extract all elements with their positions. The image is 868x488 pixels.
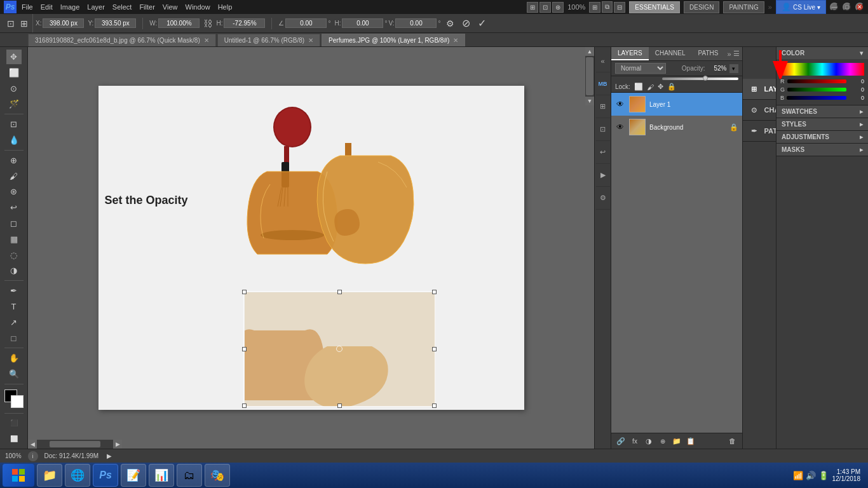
fx-btn[interactable]: fx xyxy=(629,435,641,447)
panel-collapse-icon[interactable]: « xyxy=(596,50,610,72)
move-tool[interactable]: ✥ xyxy=(6,50,22,64)
text-tool[interactable]: T xyxy=(6,299,22,314)
clone-tool[interactable]: ⊛ xyxy=(6,184,22,199)
network-icon[interactable]: 📶 xyxy=(793,471,803,480)
h-scroll-thumb[interactable] xyxy=(50,441,100,447)
painting-btn[interactable]: PAINTING xyxy=(723,1,764,13)
lock-all-icon[interactable]: 🔒 xyxy=(667,83,676,91)
scroll-thumb[interactable] xyxy=(586,57,593,95)
cs-live-btn[interactable]: 👤 CS Live ▾ xyxy=(776,0,826,14)
menu-window[interactable]: Window xyxy=(186,3,210,11)
opacity-thumb[interactable] xyxy=(703,76,708,81)
panel-icon-transform[interactable]: ⊡ xyxy=(596,118,610,141)
background-color[interactable] xyxy=(11,395,24,408)
eraser-tool[interactable]: ◻ xyxy=(6,216,22,231)
lock-position-icon[interactable]: ✥ xyxy=(658,83,663,91)
panel-menu-btn[interactable]: ☰ xyxy=(733,50,740,58)
gradient-tool[interactable]: ▦ xyxy=(6,232,22,247)
layers-tab-channel[interactable]: CHANNEL xyxy=(649,47,692,60)
tab-1[interactable]: Untitled-1 @ 66.7% (RGB/8) ✕ xyxy=(217,34,320,46)
opacity-arrow-btn[interactable]: ▾ xyxy=(729,64,738,73)
y-value[interactable]: 393.50 px xyxy=(95,18,136,28)
menu-file[interactable]: File xyxy=(22,3,33,11)
design-btn[interactable]: DESIGN xyxy=(684,1,719,13)
b-val[interactable]: 0 xyxy=(849,95,864,101)
h2-value[interactable]: 0.00 xyxy=(342,18,383,28)
taskbar-explorer[interactable]: 📁 xyxy=(37,464,62,487)
icon-tools-btn2[interactable]: ⊡ xyxy=(539,2,551,13)
h-scrollbar[interactable]: ◀ ▶ xyxy=(28,440,122,449)
quick-select-tool[interactable]: 🪄 xyxy=(6,97,22,111)
masks-header[interactable]: MASKS ▸ xyxy=(776,144,868,156)
menu-edit[interactable]: Edit xyxy=(41,3,53,11)
panel-icon-history[interactable]: ↩ xyxy=(596,141,610,164)
taskbar-word[interactable]: 📝 xyxy=(121,464,146,487)
dodge-tool[interactable]: ◑ xyxy=(6,263,22,278)
new-adjustment-btn[interactable]: ⊕ xyxy=(657,435,668,447)
start-button[interactable] xyxy=(3,464,34,487)
taskbar-chrome[interactable]: 🌐 xyxy=(65,464,90,487)
h-value[interactable]: -72.95% xyxy=(224,18,265,28)
tab-2[interactable]: Perfumes.JPG @ 100% (Layer 1, RGB/8#) ✕ xyxy=(322,34,465,46)
history-brush[interactable]: ↩ xyxy=(6,200,22,215)
panel-icon-tools[interactable]: ⚙ xyxy=(596,187,610,210)
fg-bg-colors[interactable] xyxy=(4,390,24,408)
layer-visibility-1[interactable]: 👁 xyxy=(615,122,625,132)
opacity-slider[interactable] xyxy=(662,78,738,80)
zoom-btn[interactable]: ⊞ xyxy=(589,2,600,13)
eyedropper-tool[interactable]: 💧 xyxy=(6,133,22,147)
pen-tool[interactable]: ✒ xyxy=(6,283,22,298)
v-scrollbar[interactable]: ▲ ▼ xyxy=(585,47,594,105)
transform-icon[interactable]: ⊞ xyxy=(18,17,30,30)
lasso-tool[interactable]: ⊙ xyxy=(6,81,22,96)
panel-icon-actions[interactable]: ▶ xyxy=(596,164,610,187)
taskbar-ps[interactable]: Ps xyxy=(93,464,118,487)
angle-value[interactable]: 0.00 xyxy=(285,18,327,28)
spot-heal-tool[interactable]: ⊕ xyxy=(6,153,22,168)
quick-mask-btn[interactable]: ⬛ xyxy=(6,416,22,430)
taskbar-media[interactable]: 🎭 xyxy=(205,464,230,487)
swatches-header[interactable]: SWATCHES ▸ xyxy=(776,105,868,118)
r-slider[interactable] xyxy=(787,79,847,83)
scroll-right[interactable]: ▶ xyxy=(113,440,122,449)
taskbar-files[interactable]: 🗂 xyxy=(177,464,202,487)
scroll-left[interactable]: ◀ xyxy=(28,440,37,449)
g-slider[interactable] xyxy=(787,88,846,92)
maximize-btn[interactable]: □ xyxy=(843,3,851,11)
layers-tab-layers[interactable]: LAYERS xyxy=(611,47,649,60)
link-wh-icon[interactable]: ⛓ xyxy=(203,18,212,29)
menu-layer[interactable]: Layer xyxy=(87,3,105,11)
confirm-transform[interactable]: ✓ xyxy=(476,16,488,30)
close-btn[interactable]: ✕ xyxy=(855,3,864,11)
layer-visibility-0[interactable]: 👁 xyxy=(615,99,625,109)
icon-tools-btn[interactable]: ⊞ xyxy=(527,2,538,13)
lock-transparency-icon[interactable]: ⬜ xyxy=(634,83,643,91)
panel-icon-mb[interactable]: MB xyxy=(596,72,610,95)
zoom-info-btn[interactable]: i xyxy=(28,451,38,461)
lock-image-icon[interactable]: 🖌 xyxy=(647,83,654,91)
arrange-btn[interactable]: ⧉ xyxy=(602,1,613,13)
new-group-btn[interactable]: 📁 xyxy=(671,435,682,447)
adjustments-header[interactable]: ADJUSTMENTS ▸ xyxy=(776,131,868,143)
minimize-btn[interactable]: — xyxy=(830,3,839,11)
panel-icon-grid[interactable]: ⊞ xyxy=(596,95,610,118)
tab-close-1[interactable]: ✕ xyxy=(308,37,313,44)
taskbar-excel[interactable]: 📊 xyxy=(149,464,174,487)
link-layers-btn[interactable]: 🔗 xyxy=(615,435,627,447)
clock[interactable]: 1:43 PM 12/1/2018 xyxy=(832,468,861,482)
tab-0[interactable]: 31689190882_ecfc061e8d_b.jpg @ 66.7% (Qu… xyxy=(28,34,216,46)
layer-row-0[interactable]: 👁 Layer 1 xyxy=(611,93,742,116)
tab-close-0[interactable]: ✕ xyxy=(204,37,209,44)
cancel-transform[interactable]: ⊘ xyxy=(460,16,472,30)
volume-icon[interactable]: 🔊 xyxy=(806,471,816,480)
battery-icon[interactable]: 🔋 xyxy=(818,471,829,480)
blend-mode-select[interactable]: Normal Multiply Screen xyxy=(615,63,666,74)
zoom-tool[interactable]: 🔍 xyxy=(6,367,22,381)
scroll-up[interactable]: ▲ xyxy=(585,47,594,56)
shape-tool[interactable]: □ xyxy=(6,331,22,346)
status-arrow-btn[interactable]: ▶ xyxy=(105,452,114,461)
add-mask-btn[interactable]: ◑ xyxy=(643,435,654,447)
g-val[interactable]: 0 xyxy=(849,86,864,93)
hand-tool[interactable]: ✋ xyxy=(6,351,22,365)
brush-tool[interactable]: 🖌 xyxy=(6,169,22,184)
